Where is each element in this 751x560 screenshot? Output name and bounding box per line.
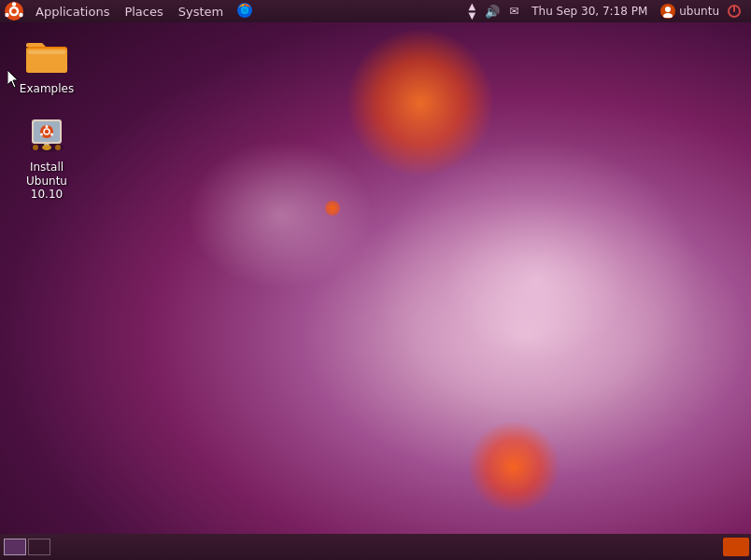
menu-places[interactable]: Places: [117, 3, 170, 21]
svg-point-22: [40, 133, 43, 136]
firefox-icon[interactable]: [231, 2, 259, 21]
glow-white-center: [374, 140, 701, 420]
desktop: Applications Places System ▲ ▼: [0, 0, 751, 560]
user-area[interactable]: ubuntu: [657, 4, 723, 19]
network-icon[interactable]: ▲ ▼: [464, 0, 479, 22]
top-panel: Applications Places System ▲ ▼: [0, 0, 751, 22]
bottom-panel: [0, 534, 751, 560]
svg-rect-14: [28, 50, 65, 54]
examples-folder-icon[interactable]: Examples: [9, 30, 84, 99]
glow-orange-dot: [325, 201, 340, 216]
svg-point-20: [46, 125, 49, 128]
glow-orange-bottom: [467, 420, 560, 513]
username-label: ubuntu: [679, 5, 719, 18]
power-button[interactable]: [725, 2, 744, 21]
svg-point-8: [665, 7, 671, 12]
desktop-icons: Examples: [9, 30, 84, 205]
examples-label: Examples: [20, 82, 74, 95]
install-image: [24, 112, 69, 157]
workspace-switcher: [0, 539, 54, 555]
menu-applications[interactable]: Applications: [28, 3, 117, 21]
show-desktop-button[interactable]: [723, 538, 749, 556]
clock[interactable]: Thu Sep 30, 7:18 PM: [524, 3, 655, 20]
folder-image: [24, 34, 69, 78]
install-ubuntu-label: Install Ubuntu 10.10: [13, 161, 80, 201]
volume-icon[interactable]: 🔊: [481, 3, 503, 21]
user-avatar: [660, 4, 675, 19]
svg-point-4: [5, 13, 8, 17]
ubuntu-logo[interactable]: [4, 1, 24, 21]
install-ubuntu-icon[interactable]: Install Ubuntu 10.10: [9, 108, 84, 204]
glow-white-topleft: [187, 140, 374, 289]
svg-point-24: [33, 145, 38, 150]
menu-system[interactable]: System: [171, 3, 231, 21]
svg-point-25: [55, 145, 61, 150]
system-tray: ▲ ▼ 🔊 ✉ Thu Sep 30, 7:18 PM: [464, 0, 751, 22]
workspace-2[interactable]: [28, 539, 50, 555]
svg-point-2: [12, 2, 16, 6]
svg-point-9: [663, 13, 673, 18]
workspace-1[interactable]: [4, 539, 26, 555]
svg-point-3: [19, 13, 22, 17]
svg-point-21: [50, 133, 53, 136]
svg-point-7: [243, 7, 248, 12]
glow-orange-top: [346, 28, 495, 177]
svg-point-26: [42, 145, 51, 150]
mail-icon[interactable]: ✉: [505, 3, 522, 20]
